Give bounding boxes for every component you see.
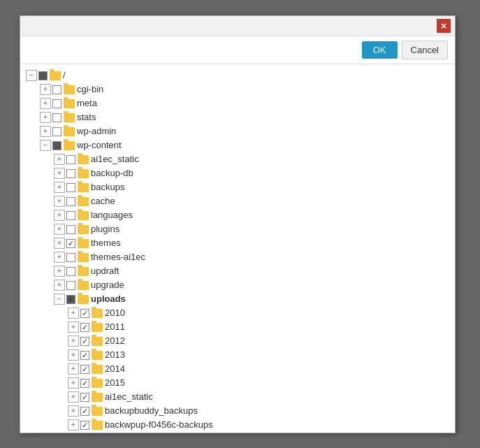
checkbox-2015[interactable]	[80, 379, 89, 388]
tree-row-ai1ec_static2[interactable]: ai1ec_static	[23, 390, 452, 404]
tree-row-uploads[interactable]: uploads	[23, 292, 452, 306]
checkbox-plugins[interactable]	[66, 225, 75, 234]
folder-icon-ai1ec_static	[78, 155, 89, 164]
expander-cgi-bin[interactable]	[40, 84, 51, 95]
expander-languages[interactable]	[54, 210, 65, 221]
expander-meta[interactable]	[40, 98, 51, 109]
folder-icon-2011	[92, 323, 103, 332]
cancel-button[interactable]: Cancel	[402, 41, 448, 59]
tree-row-meta[interactable]: meta	[23, 96, 452, 110]
checkbox-upgrade[interactable]	[66, 281, 75, 290]
expander-2015[interactable]	[68, 377, 79, 389]
checkbox-2013[interactable]	[80, 351, 89, 360]
close-button[interactable]: ×	[437, 19, 451, 33]
label-2011: 2011	[105, 321, 125, 333]
tree-row-backup-db[interactable]: backup-db	[23, 166, 452, 180]
folder-icon-ai1ec_static2	[92, 393, 103, 402]
checkbox-root[interactable]	[38, 71, 48, 80]
tree-row-ai1ec_static[interactable]: ai1ec_static	[23, 152, 452, 166]
tree-row-backwpup-f0456c-logs[interactable]: backwpup-f0456c-logs	[23, 432, 452, 433]
checkbox-cache[interactable]	[66, 197, 75, 206]
tree-row-backups[interactable]: backups	[23, 180, 452, 194]
checkbox-cgi-bin[interactable]	[52, 85, 61, 94]
checkbox-backupbuddy_backups[interactable]	[80, 407, 89, 416]
label-backups: backups	[91, 181, 124, 194]
checkbox-2012[interactable]	[80, 337, 89, 346]
expander-upgrade[interactable]	[54, 280, 65, 291]
label-2012: 2012	[105, 335, 125, 347]
checkbox-backup-db[interactable]	[66, 169, 75, 178]
folder-icon-uploads	[78, 295, 89, 304]
expander-backups[interactable]	[54, 182, 65, 193]
tree-row-2012[interactable]: 2012	[23, 334, 452, 348]
tree-row-2011[interactable]: 2011	[23, 320, 452, 334]
folder-icon-themes	[78, 239, 89, 248]
tree-row-2010[interactable]: 2010	[23, 306, 452, 320]
tree-row-backupbuddy_backups[interactable]: backupbuddy_backups	[23, 404, 452, 418]
checkbox-themes[interactable]	[66, 239, 75, 248]
expander-2013[interactable]	[68, 349, 79, 361]
folder-icon-languages	[78, 211, 89, 220]
checkbox-stats[interactable]	[52, 113, 61, 122]
expander-backupbuddy_backups[interactable]	[68, 405, 79, 417]
checkbox-updraft[interactable]	[66, 267, 75, 276]
tree-row-2015[interactable]: 2015	[23, 376, 452, 390]
tree-row-upgrade[interactable]: upgrade	[23, 278, 452, 292]
tree-row-wp-content[interactable]: wp-content	[23, 138, 452, 152]
checkbox-2011[interactable]	[80, 323, 89, 332]
tree-row-cache[interactable]: cache	[23, 194, 452, 208]
expander-themes-ai1ec[interactable]	[54, 252, 65, 263]
tree-row-updraft[interactable]: updraft	[23, 264, 452, 278]
expander-wp-content[interactable]	[40, 140, 51, 151]
tree-row-themes[interactable]: themes	[23, 236, 452, 250]
checkbox-languages[interactable]	[66, 211, 75, 220]
tree-row-plugins[interactable]: plugins	[23, 222, 452, 236]
checkbox-uploads[interactable]	[66, 295, 75, 304]
expander-ai1ec_static2[interactable]	[68, 391, 79, 403]
expander-2010[interactable]	[68, 308, 79, 319]
label-root: /	[63, 69, 66, 82]
expander-2011[interactable]	[68, 321, 79, 333]
expander-wp-admin[interactable]	[40, 126, 51, 137]
tree-row-wp-admin[interactable]: wp-admin	[23, 124, 452, 138]
tree-row-cgi-bin[interactable]: cgi-bin	[23, 82, 452, 96]
expander-uploads[interactable]	[54, 294, 65, 305]
expander-root[interactable]	[26, 70, 37, 81]
expander-backwpup-f0456c-backups[interactable]	[68, 419, 79, 431]
label-wp-content: wp-content	[77, 139, 122, 152]
expander-stats[interactable]	[40, 112, 51, 123]
folder-icon-plugins	[78, 225, 89, 234]
checkbox-2014[interactable]	[80, 365, 89, 374]
ok-button[interactable]: OK	[362, 41, 398, 59]
expander-plugins[interactable]	[54, 224, 65, 235]
tree-row-root[interactable]: /	[23, 68, 452, 82]
folder-icon-wp-content	[64, 141, 75, 150]
expander-2014[interactable]	[68, 363, 79, 375]
checkbox-2010[interactable]	[80, 309, 89, 318]
tree-row-backwpup-f0456c-backups[interactable]: backwpup-f0456c-backups	[23, 418, 452, 432]
tree-row-2014[interactable]: 2014	[23, 362, 452, 376]
checkbox-backwpup-f0456c-backups[interactable]	[80, 421, 89, 430]
expander-cache[interactable]	[54, 196, 65, 207]
expander-2012[interactable]	[68, 335, 79, 347]
tree-row-languages[interactable]: languages	[23, 208, 452, 222]
checkbox-backups[interactable]	[66, 183, 75, 192]
tree-row-stats[interactable]: stats	[23, 110, 452, 124]
dialog-toolbar: OK Cancel	[20, 36, 455, 64]
folder-icon-upgrade	[78, 281, 89, 290]
label-2013: 2013	[105, 349, 125, 361]
expander-themes[interactable]	[54, 238, 65, 249]
tree-row-themes-ai1ec[interactable]: themes-ai1ec	[23, 250, 452, 264]
checkbox-wp-admin[interactable]	[52, 127, 61, 136]
checkbox-ai1ec_static2[interactable]	[80, 393, 89, 402]
expander-ai1ec_static[interactable]	[54, 154, 65, 165]
checkbox-ai1ec_static[interactable]	[66, 155, 75, 164]
expander-backup-db[interactable]	[54, 168, 65, 179]
checkbox-meta[interactable]	[52, 99, 61, 108]
checkbox-wp-content[interactable]	[52, 141, 61, 150]
tree-row-2013[interactable]: 2013	[23, 348, 452, 362]
folder-icon-cache	[78, 197, 89, 206]
label-2015: 2015	[105, 377, 125, 389]
checkbox-themes-ai1ec[interactable]	[66, 253, 75, 262]
expander-updraft[interactable]	[54, 266, 65, 277]
